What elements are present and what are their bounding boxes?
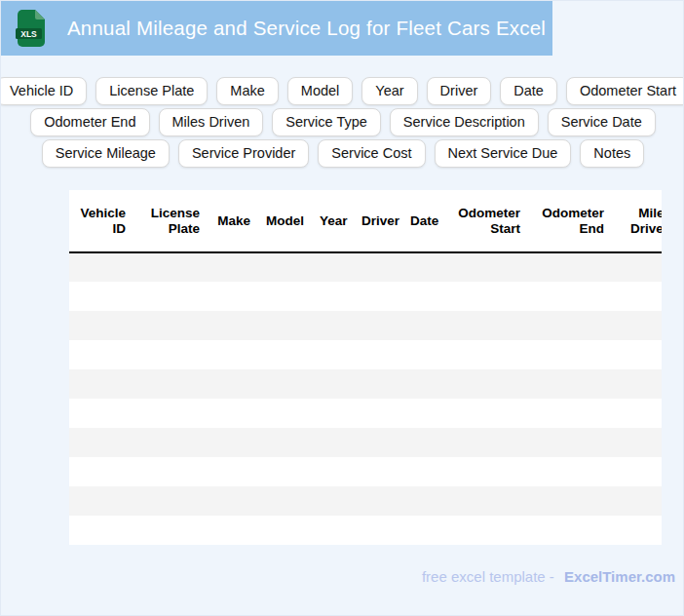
table-cell xyxy=(312,457,354,486)
table-cell xyxy=(528,252,612,282)
table-row xyxy=(69,282,662,311)
table-cell xyxy=(312,516,354,545)
table-cell xyxy=(354,486,402,516)
table-cell xyxy=(402,428,446,457)
table-cell xyxy=(402,311,446,340)
table-cell xyxy=(258,516,312,545)
table-cell xyxy=(446,428,528,457)
table-cell xyxy=(446,369,528,399)
table-cell xyxy=(258,340,312,369)
table-cell xyxy=(312,252,354,282)
table-cell xyxy=(312,428,354,457)
chip-row-3: Service MileageService ProviderService C… xyxy=(1,139,684,168)
chip-year[interactable]: Year xyxy=(361,77,417,105)
table-cell xyxy=(258,428,312,457)
table-row xyxy=(69,457,662,486)
table-cell xyxy=(133,369,208,399)
table-cell xyxy=(258,399,312,428)
table-cell xyxy=(133,457,208,486)
table-cell xyxy=(133,428,208,457)
table-cell xyxy=(446,252,528,282)
table-cell xyxy=(354,340,402,369)
chip-notes[interactable]: Notes xyxy=(580,139,644,168)
column-header-year: Year xyxy=(312,190,354,252)
chip-service-provider[interactable]: Service Provider xyxy=(178,139,309,168)
table-cell xyxy=(402,399,446,428)
table-cell xyxy=(354,428,402,457)
table-cell xyxy=(133,252,208,282)
table-row xyxy=(69,399,662,428)
title-banner: XLS Annual Mileage and Service Log for F… xyxy=(1,1,552,56)
page: XLS Annual Mileage and Service Log for F… xyxy=(0,0,684,616)
table-cell xyxy=(69,457,133,486)
table-cell xyxy=(612,282,662,311)
table-cell xyxy=(69,311,133,340)
xls-file-icon: XLS xyxy=(15,9,48,48)
column-header-date: Date xyxy=(402,190,446,252)
table-cell xyxy=(354,252,402,282)
table-cell xyxy=(354,282,402,311)
table-cell xyxy=(612,252,662,282)
chip-next-service-due[interactable]: Next Service Due xyxy=(435,139,572,168)
table-cell xyxy=(69,428,133,457)
chip-service-type[interactable]: Service Type xyxy=(272,108,381,136)
chip-miles-driven[interactable]: Miles Driven xyxy=(159,108,264,136)
table-cell xyxy=(69,399,133,428)
column-header-license-plate: License Plate xyxy=(133,190,208,252)
chip-service-date[interactable]: Service Date xyxy=(548,108,656,136)
footer-brand-link[interactable]: ExcelTimer.com xyxy=(564,568,675,585)
table-cell xyxy=(312,486,354,516)
table-cell xyxy=(258,369,312,399)
table-cell xyxy=(208,369,258,399)
table-cell xyxy=(208,428,258,457)
table-cell xyxy=(312,282,354,311)
table-cell xyxy=(354,311,402,340)
table-cell xyxy=(312,311,354,340)
table-cell xyxy=(208,457,258,486)
chip-service-description[interactable]: Service Description xyxy=(390,108,539,136)
table-cell xyxy=(133,340,208,369)
table-cell xyxy=(528,457,612,486)
chip-license-plate[interactable]: License Plate xyxy=(95,77,208,105)
table-cell xyxy=(354,399,402,428)
table-cell xyxy=(612,399,662,428)
chip-odometer-start[interactable]: Odometer Start xyxy=(566,77,684,105)
keyword-chips: Vehicle IDLicense PlateMakeModelYearDriv… xyxy=(1,77,684,171)
table-row xyxy=(69,486,662,516)
chip-make[interactable]: Make xyxy=(216,77,278,105)
table-cell xyxy=(312,369,354,399)
table-cell xyxy=(133,311,208,340)
chip-row-1: Vehicle IDLicense PlateMakeModelYearDriv… xyxy=(1,77,684,105)
table-cell xyxy=(69,252,133,282)
table-row xyxy=(69,369,662,399)
table-cell xyxy=(69,340,133,369)
table-cell xyxy=(612,457,662,486)
table-cell xyxy=(354,516,402,545)
table-cell xyxy=(528,340,612,369)
table-cell xyxy=(208,399,258,428)
table-cell xyxy=(612,369,662,399)
column-header-model: Model xyxy=(258,190,312,252)
table-cell xyxy=(446,282,528,311)
table-cell xyxy=(612,340,662,369)
chip-odometer-end[interactable]: Odometer End xyxy=(30,108,149,136)
table-cell xyxy=(402,282,446,311)
table-row xyxy=(69,516,662,545)
chip-service-cost[interactable]: Service Cost xyxy=(318,139,425,168)
column-header-odometer-end: Odometer End xyxy=(528,190,612,252)
table-cell xyxy=(312,399,354,428)
table-body xyxy=(69,252,662,545)
table-cell xyxy=(258,252,312,282)
table-cell xyxy=(402,252,446,282)
table-cell xyxy=(133,282,208,311)
table-cell xyxy=(69,516,133,545)
chip-date[interactable]: Date xyxy=(500,77,557,105)
chip-service-mileage[interactable]: Service Mileage xyxy=(42,139,170,168)
table-cell xyxy=(446,311,528,340)
table-cell xyxy=(528,516,612,545)
chip-model[interactable]: Model xyxy=(287,77,354,105)
chip-vehicle-id[interactable]: Vehicle ID xyxy=(0,77,87,105)
table-cell xyxy=(402,486,446,516)
chip-driver[interactable]: Driver xyxy=(427,77,492,105)
table-cell xyxy=(446,340,528,369)
